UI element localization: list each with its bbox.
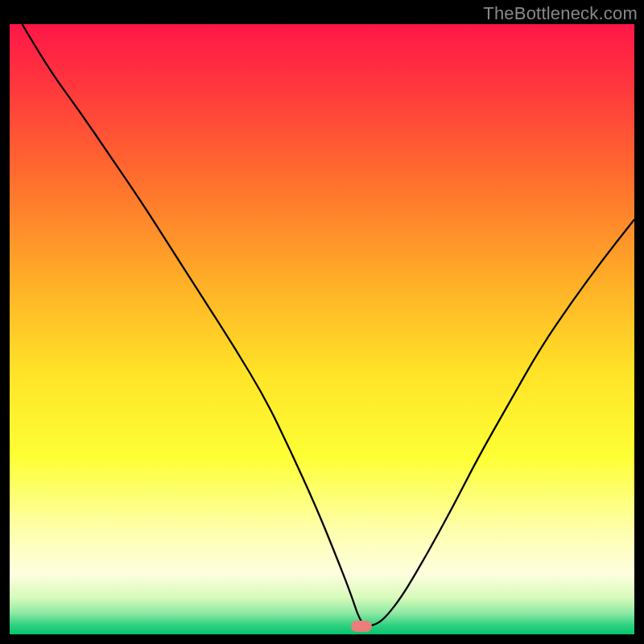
optimal-marker <box>351 621 372 632</box>
watermark-text: TheBottleneck.com <box>483 3 638 24</box>
plot-area <box>10 24 634 634</box>
gradient-background <box>10 24 634 634</box>
chart-svg <box>10 24 634 634</box>
